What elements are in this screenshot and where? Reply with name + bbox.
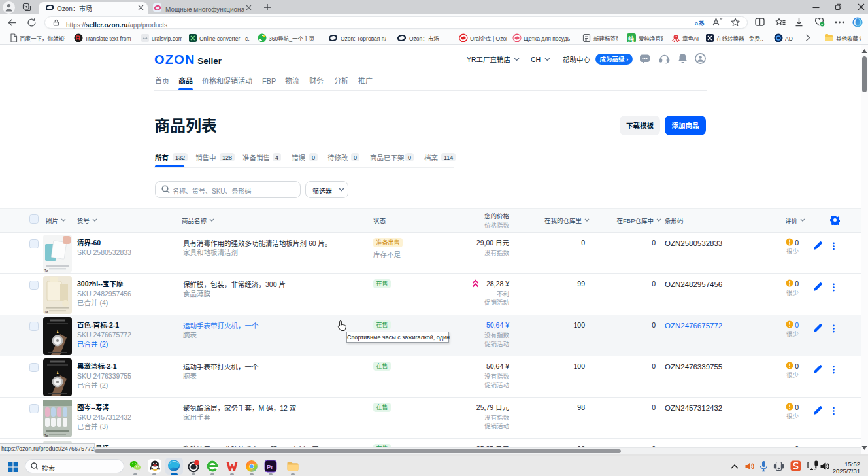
svg-text:Tø: Tø [44,434,48,437]
svg-text:Tø: Tø [44,269,48,273]
svg-text:Pr: Pr [267,463,273,470]
svg-text:Tø: Tø [44,310,48,314]
